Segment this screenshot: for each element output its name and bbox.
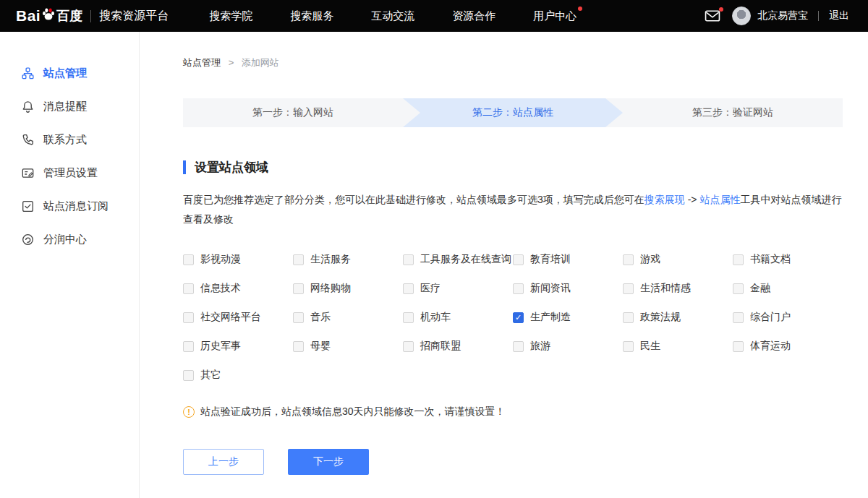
checkbox-icon[interactable] (623, 341, 634, 352)
next-step-button[interactable]: 下一步 (288, 449, 369, 475)
category-option[interactable]: 信息技术 (183, 274, 293, 303)
link-site-properties[interactable]: 站点属性 (699, 194, 740, 205)
checkbox-icon[interactable] (183, 312, 194, 323)
checkbox-icon[interactable] (183, 283, 194, 294)
warning-icon: ! (183, 406, 195, 418)
category-option[interactable]: 社交网络平台 (183, 303, 293, 332)
category-option[interactable]: 生产制造 (513, 303, 623, 332)
breadcrumb-separator: > (229, 57, 234, 68)
category-option[interactable]: 新闻资讯 (513, 274, 623, 303)
previous-step-button[interactable]: 上一步 (183, 449, 264, 475)
category-option[interactable]: 工具服务及在线查询 (403, 245, 513, 274)
section-title: 设置站点领域 (183, 160, 843, 174)
category-option[interactable]: 体育运动 (733, 332, 843, 361)
sidebar-item-message-alerts[interactable]: 消息提醒 (0, 90, 139, 123)
link-search-display[interactable]: 搜索展现 (644, 194, 685, 205)
category-option[interactable]: 其它 (183, 361, 293, 390)
checkbox-icon[interactable] (623, 312, 634, 323)
category-option[interactable]: 旅游 (513, 332, 623, 361)
warning-text: 站点验证成功后，站点领域信息30天内只能修改一次，请谨慎设置！ (200, 405, 506, 418)
checkbox-icon[interactable] (733, 312, 744, 323)
category-option[interactable]: 民生 (623, 332, 733, 361)
category-label: 体育运动 (750, 340, 791, 353)
checkbox-icon[interactable] (183, 254, 194, 265)
checkbox-icon[interactable] (293, 312, 304, 323)
baidu-logo[interactable]: Bai 百度 (16, 7, 82, 25)
sidebar-item-label: 分润中心 (43, 233, 87, 246)
category-label: 信息技术 (200, 282, 241, 295)
logout-link[interactable]: 退出 (829, 9, 849, 22)
checkbox-icon[interactable] (733, 283, 744, 294)
sidebar-item-contact-info[interactable]: 联系方式 (0, 123, 139, 156)
category-grid: 影视动漫 生活服务 工具服务及在线查询 教育培训 游戏 书籍文档 (183, 245, 843, 390)
bell-icon (22, 100, 34, 113)
category-label: 游戏 (640, 253, 660, 266)
checkbox-icon[interactable] (733, 254, 744, 265)
category-option[interactable]: 历史军事 (183, 332, 293, 361)
checkbox-icon[interactable] (403, 341, 414, 352)
nav-item-search-service[interactable]: 搜索服务 (290, 9, 333, 23)
checkbox-icon[interactable] (623, 283, 634, 294)
nav-item-search-academy[interactable]: 搜索学院 (209, 9, 252, 23)
sidebar-item-site-management[interactable]: 站点管理 (0, 56, 139, 90)
category-option[interactable]: 书籍文档 (733, 245, 843, 274)
category-option[interactable]: 影视动漫 (183, 245, 293, 274)
category-option[interactable]: 教育培训 (513, 245, 623, 274)
checkbox-icon[interactable] (183, 370, 194, 381)
topbar-right: 北京易营宝 退出 (705, 7, 868, 25)
checkbox-icon[interactable] (623, 254, 634, 265)
category-option[interactable]: 生活和情感 (623, 274, 733, 303)
category-label: 社交网络平台 (200, 311, 261, 324)
checkbox-icon[interactable] (183, 341, 194, 352)
mail-icon[interactable] (705, 9, 720, 22)
category-label: 旅游 (530, 340, 550, 353)
nav-item-resource-coop[interactable]: 资源合作 (452, 9, 495, 23)
checkbox-icon[interactable] (293, 283, 304, 294)
checkbox-icon[interactable] (733, 341, 744, 352)
sidebar-item-label: 消息提醒 (43, 100, 87, 113)
checkbox-icon[interactable] (403, 254, 414, 265)
logo-text-bai: Bai (16, 7, 41, 25)
action-buttons: 上一步 下一步 (183, 449, 843, 475)
category-option[interactable]: 生活服务 (293, 245, 403, 274)
category-label: 影视动漫 (200, 253, 241, 266)
category-label: 历史军事 (200, 340, 241, 353)
checkbox-icon[interactable] (293, 341, 304, 352)
checkbox-icon[interactable] (513, 341, 524, 352)
sidebar-item-site-message-subscribe[interactable]: 站点消息订阅 (0, 189, 139, 223)
topbar: Bai 百度 搜索资源平台 搜索学院 搜索服务 互动交流 资源合作 用户中心 (0, 0, 868, 32)
checkbox-icon[interactable] (403, 312, 414, 323)
sidebar-item-admin-settings[interactable]: 管理员设置 (0, 156, 139, 189)
checkbox-icon[interactable] (513, 312, 524, 323)
category-option[interactable]: 政策法规 (623, 303, 733, 332)
category-option[interactable]: 母婴 (293, 332, 403, 361)
checkbox-icon[interactable] (403, 283, 414, 294)
category-option[interactable]: 医疗 (403, 274, 513, 303)
category-option[interactable]: 音乐 (293, 303, 403, 332)
username[interactable]: 北京易营宝 (757, 9, 808, 22)
category-option[interactable]: 网络购物 (293, 274, 403, 303)
category-option[interactable]: 机动车 (403, 303, 513, 332)
admin-card-icon (22, 167, 34, 179)
checkbox-icon[interactable] (293, 254, 304, 265)
sidebar-item-label: 站点管理 (43, 66, 87, 80)
category-label: 母婴 (310, 340, 331, 353)
nav-item-user-center[interactable]: 用户中心 (533, 9, 576, 23)
main-content: 站点管理 > 添加网站 第一步：输入网站 第二步：站点属性 第三步：验证网站 设… (140, 32, 868, 498)
nav-item-interaction[interactable]: 互动交流 (371, 9, 414, 23)
category-label: 音乐 (310, 311, 331, 324)
sidebar-item-profit-center[interactable]: 分润中心 (0, 223, 139, 256)
category-option[interactable]: 综合门户 (733, 303, 843, 332)
category-option[interactable]: 招商联盟 (403, 332, 513, 361)
category-option[interactable]: 金融 (733, 274, 843, 303)
checkbox-icon[interactable] (513, 254, 524, 265)
category-label: 工具服务及在线查询 (420, 253, 511, 266)
category-label: 教育培训 (530, 253, 571, 266)
avatar[interactable] (732, 7, 751, 25)
breadcrumb-parent[interactable]: 站点管理 (183, 57, 221, 68)
category-label: 政策法规 (640, 311, 681, 324)
description-arrow: -> (685, 194, 700, 205)
category-label: 生活服务 (310, 253, 351, 266)
category-option[interactable]: 游戏 (623, 245, 733, 274)
checkbox-icon[interactable] (513, 283, 524, 294)
